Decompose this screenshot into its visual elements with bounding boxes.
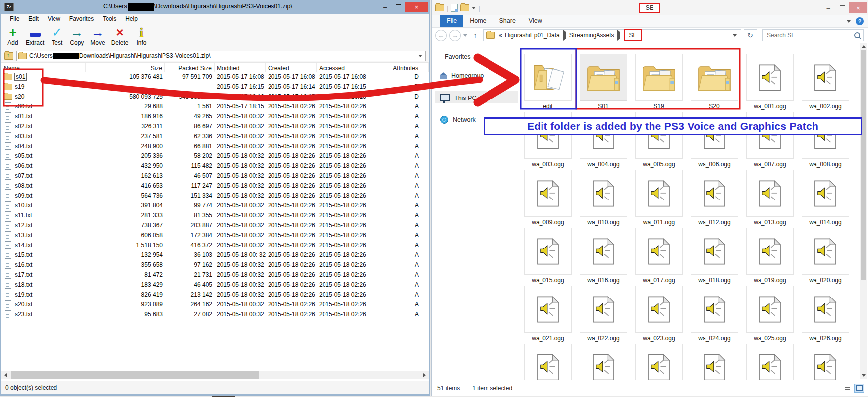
close-button[interactable]: × bbox=[405, 2, 428, 12]
file-tile-wa_024.ogg[interactable]: wa_024.ogg bbox=[691, 286, 738, 344]
file-tile[interactable] bbox=[524, 344, 572, 381]
file-tile-wa_013.ogg[interactable]: wa_013.ogg bbox=[746, 170, 794, 228]
scroll-left-button[interactable] bbox=[1, 371, 10, 379]
table-row[interactable]: s20.txt923 089264 1622015-05-18 00:32201… bbox=[1, 299, 429, 309]
file-tile-wa_011.ogg[interactable]: wa_011.ogg bbox=[635, 170, 683, 228]
table-row[interactable]: s18.txt183 42946 4052015-05-18 00:322015… bbox=[1, 280, 429, 290]
scroll-up-button[interactable] bbox=[860, 43, 867, 50]
minimize-button[interactable]: – bbox=[379, 2, 392, 12]
file-tile-edit[interactable]: edit bbox=[524, 54, 572, 112]
table-row[interactable]: s02.txt326 31186 6972015-05-18 00:322015… bbox=[1, 121, 429, 131]
file-tile-s19[interactable]: S19 bbox=[635, 54, 683, 112]
table-row[interactable]: s192015-05-17 16:152015-05-17 16:142015-… bbox=[1, 82, 429, 92]
help-icon[interactable]: ? bbox=[856, 17, 864, 25]
scroll-down-button[interactable] bbox=[860, 372, 867, 379]
file-tile-wa_017.ogg[interactable]: wa_017.ogg bbox=[635, 228, 683, 286]
vertical-scrollbar[interactable] bbox=[860, 43, 867, 379]
file-tile[interactable] bbox=[635, 344, 683, 381]
scrollbar-thumb[interactable] bbox=[11, 371, 259, 379]
table-row[interactable]: s03.txt237 58162 3362015-05-18 00:322015… bbox=[1, 131, 429, 141]
table-row[interactable]: s04.txt248 90066 8812015-05-18 00:322015… bbox=[1, 141, 429, 151]
table-row[interactable]: s01.txt186 91649 2652015-05-18 00:322015… bbox=[1, 111, 429, 121]
address-dropdown-button[interactable] bbox=[416, 55, 424, 57]
toolbar-move-button[interactable]: →Move bbox=[90, 26, 105, 46]
file-tile-wa_018.ogg[interactable]: wa_018.ogg bbox=[691, 228, 738, 286]
menu-view[interactable]: View bbox=[43, 15, 65, 22]
toolbar-info-button[interactable]: iInfo bbox=[135, 26, 148, 46]
explorer-titlebar[interactable]: SE | | – × bbox=[432, 0, 868, 15]
toolbar-test-button[interactable]: ✓Test bbox=[51, 26, 63, 46]
tab-home[interactable]: Home bbox=[463, 15, 492, 27]
scroll-right-button[interactable] bbox=[420, 371, 429, 379]
table-row[interactable]: s17.txt81 47221 7312015-05-18 00:322015-… bbox=[1, 270, 429, 280]
table-row[interactable]: s08.txt416 653117 2472015-05-18 00:32201… bbox=[1, 181, 429, 191]
sidebar-item-favorites[interactable]: Favorites bbox=[440, 53, 470, 60]
table-row[interactable]: s09.txt564 736151 3342015-05-18 00:32201… bbox=[1, 191, 429, 200]
minimize-button[interactable]: – bbox=[821, 2, 835, 13]
file-tile[interactable] bbox=[746, 344, 794, 381]
file-tile[interactable] bbox=[691, 344, 738, 381]
address-bar[interactable]: « HigurashiEp01_DataStreamingAssetsSE bbox=[483, 29, 741, 41]
file-tile-s01[interactable]: S01 bbox=[580, 54, 627, 112]
file-tile-wa_026.ogg[interactable]: wa_026.ogg bbox=[802, 286, 849, 344]
search-input[interactable] bbox=[766, 31, 854, 39]
search-box[interactable] bbox=[762, 29, 864, 41]
file-tile-wa_002.ogg[interactable]: wa_002.ogg bbox=[802, 54, 849, 112]
table-row[interactable]: s07.txt162 61346 5072015-05-18 00:322015… bbox=[1, 171, 429, 181]
file-tile-wa_022.ogg[interactable]: wa_022.ogg bbox=[580, 286, 627, 344]
breadcrumb-item-higurashiep01_data[interactable]: HigurashiEp01_Data bbox=[504, 32, 560, 39]
file-tile[interactable] bbox=[580, 344, 627, 381]
menu-help[interactable]: Help bbox=[121, 15, 142, 22]
breadcrumb-item-streamingassets[interactable]: StreamingAssets bbox=[569, 32, 615, 39]
file-tile-wa_025.ogg[interactable]: wa_025.ogg bbox=[746, 286, 794, 344]
table-row[interactable]: s16.txt355 65897 1622015-05-18 00:322015… bbox=[1, 260, 429, 270]
table-row[interactable]: s13.txt606 058172 3842015-05-18 00:32201… bbox=[1, 230, 429, 240]
file-tile-wa_019.ogg[interactable]: wa_019.ogg bbox=[746, 228, 794, 286]
file-tile-wa_015.ogg[interactable]: wa_015.ogg bbox=[524, 228, 572, 286]
menu-edit[interactable]: Edit bbox=[24, 15, 43, 22]
qat-properties-icon[interactable] bbox=[451, 4, 458, 12]
breadcrumb-item-se[interactable]: SE bbox=[624, 29, 642, 41]
qat-new-folder-icon[interactable] bbox=[460, 4, 469, 11]
toolbar-delete-button[interactable]: ×Delete bbox=[111, 26, 129, 46]
sevenzip-titlebar[interactable]: 7z C:\Users\Downloads\Higurashi\Higurash… bbox=[1, 0, 429, 14]
toolbar-add-button[interactable]: +Add bbox=[6, 26, 19, 46]
back-button[interactable]: ← bbox=[435, 30, 447, 41]
file-tile-wa_009.ogg[interactable]: wa_009.ogg bbox=[524, 170, 572, 228]
tab-share[interactable]: Share bbox=[493, 15, 522, 27]
forward-button[interactable]: → bbox=[449, 30, 461, 41]
table-row[interactable]: s10.txt391 80499 7742015-05-18 00:322015… bbox=[1, 200, 429, 210]
sevenzip-address-box[interactable]: C:\UsersDownloads\Higurashi\HigurashiPS3… bbox=[16, 51, 426, 61]
tab-view[interactable]: View bbox=[522, 15, 548, 27]
table-row[interactable]: s11.txt281 33381 3552015-05-18 00:322015… bbox=[1, 210, 429, 220]
file-tile-wa_012.ogg[interactable]: wa_012.ogg bbox=[691, 170, 738, 228]
file-tile-s20[interactable]: S20 bbox=[691, 54, 738, 112]
table-row[interactable]: s20580 093 725543 383 9662015-05-17 16:1… bbox=[1, 92, 429, 101]
table-row[interactable]: s15.txt132 95436 1032015-05-18 00: 32201… bbox=[1, 250, 429, 260]
breadcrumb-overflow[interactable]: « bbox=[498, 32, 504, 39]
maximize-button[interactable] bbox=[835, 2, 849, 13]
horizontal-scrollbar[interactable] bbox=[1, 371, 429, 379]
menu-tools[interactable]: Tools bbox=[98, 15, 121, 22]
table-row[interactable]: s05.txt205 33658 2022015-05-18 00:322015… bbox=[1, 151, 429, 161]
tab-file[interactable]: File bbox=[440, 15, 463, 27]
collapse-ribbon-icon[interactable] bbox=[847, 20, 851, 23]
file-tile-wa_001.ogg[interactable]: wa_001.ogg bbox=[746, 54, 794, 112]
table-row[interactable]: s23.txt95 68327 0822015-05-18 00:322015-… bbox=[1, 309, 429, 319]
table-row[interactable]: s12.txt738 367203 8872015-05-18 00:32201… bbox=[1, 220, 429, 230]
file-tile-wa_010.ogg[interactable]: wa_010.ogg bbox=[580, 170, 627, 228]
table-row[interactable]: s06.txt432 950115 4822015-05-18 00:32201… bbox=[1, 161, 429, 171]
table-row[interactable]: s19.txt826 419213 1422015-05-18 00:32201… bbox=[1, 290, 429, 299]
toolbar-copy-button[interactable]: →Copy bbox=[70, 26, 84, 46]
sidebar-item-homegroup[interactable]: Homegroup bbox=[440, 72, 484, 79]
qat-dropdown-icon[interactable] bbox=[472, 7, 476, 9]
large-icons-view-button[interactable] bbox=[854, 384, 864, 393]
scrollbar-thumb[interactable] bbox=[861, 50, 866, 280]
refresh-button[interactable]: ↻ bbox=[744, 29, 757, 41]
maximize-button[interactable] bbox=[392, 2, 405, 12]
close-button[interactable]: × bbox=[849, 2, 867, 13]
toolbar-extract-button[interactable]: Extract bbox=[26, 26, 44, 46]
sidebar-item-this-pc[interactable]: This PC bbox=[440, 94, 476, 101]
file-tile-wa_020.ogg[interactable]: wa_020.ogg bbox=[802, 228, 849, 286]
sidebar-item-network[interactable]: Network bbox=[440, 116, 476, 124]
